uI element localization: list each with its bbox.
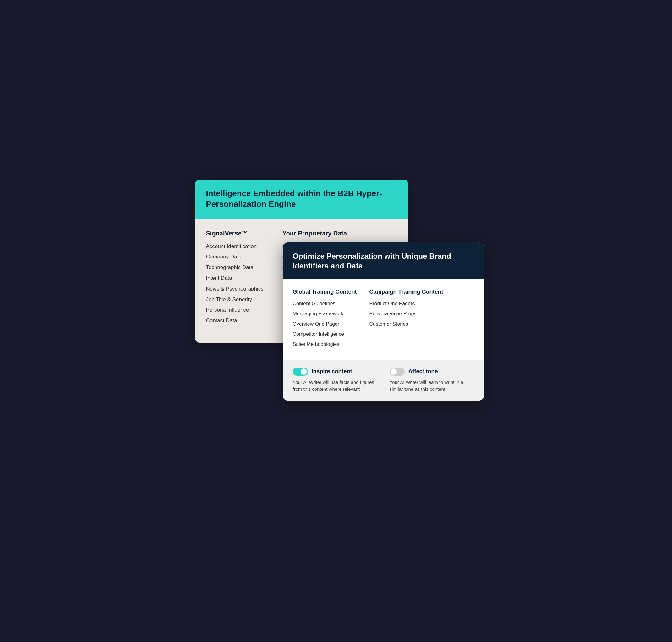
affect-toggle-label: Affect tone — [408, 368, 438, 375]
card-back-title: Intelligence Embedded within the B2B Hyp… — [206, 188, 397, 210]
inspire-toggle-header: Inspire content — [293, 368, 377, 376]
affect-toggle-header: Affect tone — [390, 368, 474, 376]
list-item: Product One Pagers — [369, 300, 443, 307]
signalverse-heading: SignalVerse™ — [206, 230, 264, 237]
list-item: Competitor Intelligence — [293, 331, 357, 338]
affect-toggle-switch[interactable] — [390, 368, 405, 376]
list-item: Company Data — [206, 253, 264, 261]
scene: Intelligence Embedded within the B2B Hyp… — [195, 180, 477, 462]
list-item: Sales Methodologies — [293, 341, 357, 348]
list-item: Job Title & Senority — [206, 296, 264, 304]
global-training-col: Global Training Content Content Guidelin… — [293, 288, 357, 351]
global-training-heading: Global Training Content — [293, 288, 357, 296]
campaign-training-col: Campaign Training Content Product One Pa… — [369, 288, 443, 351]
inspire-toggle-switch[interactable] — [293, 368, 308, 376]
affect-toggle-item: Affect tone Your AI Writer will learn to… — [390, 368, 474, 393]
list-item: Contact Data — [206, 317, 264, 324]
signalverse-list: Account Identification Company Data Tech… — [206, 243, 264, 324]
list-item: Account Identification — [206, 243, 264, 250]
inspire-toggle-item: Inspire content Your AI Writer will use … — [293, 368, 377, 393]
proprietary-heading: Your Proprietary Data — [282, 230, 347, 237]
list-item: Technographic Data — [206, 264, 264, 271]
list-item: Persona Value Props — [369, 310, 443, 317]
list-item: Overview One Pager — [293, 321, 357, 328]
inspire-toggle-label: Inspire content — [312, 368, 352, 375]
signalverse-col: SignalVerse™ Account Identification Comp… — [206, 230, 264, 328]
list-item: News & Psychographics — [206, 285, 264, 293]
list-item: Intent Data — [206, 274, 264, 282]
list-item: Customer Stories — [369, 321, 443, 328]
global-training-list: Content Guidelines Messaging Framework O… — [293, 300, 357, 348]
inspire-toggle-desc: Your AI Writer will use facts and figure… — [293, 379, 377, 393]
card-front-title: Optimize Personalization with Unique Bra… — [293, 251, 474, 271]
card-front-header: Optimize Personalization with Unique Bra… — [283, 242, 484, 280]
inspire-toggle-knob — [301, 369, 307, 375]
affect-toggle-desc: Your AI Writer will learn to write in a … — [390, 379, 474, 393]
card-front-toggles: Inspire content Your AI Writer will use … — [283, 360, 484, 400]
list-item: Messaging Framework — [293, 310, 357, 317]
card-front: Optimize Personalization with Unique Bra… — [283, 242, 484, 400]
card-back-header: Intelligence Embedded within the B2B Hyp… — [195, 180, 408, 219]
affect-toggle-knob — [391, 369, 397, 375]
campaign-training-list: Product One Pagers Persona Value Props C… — [369, 300, 443, 328]
list-item: Persona Influence — [206, 306, 264, 314]
list-item: Content Guidelines — [293, 300, 357, 307]
campaign-training-heading: Campaign Training Content — [369, 288, 443, 296]
card-front-content: Global Training Content Content Guidelin… — [283, 280, 484, 360]
